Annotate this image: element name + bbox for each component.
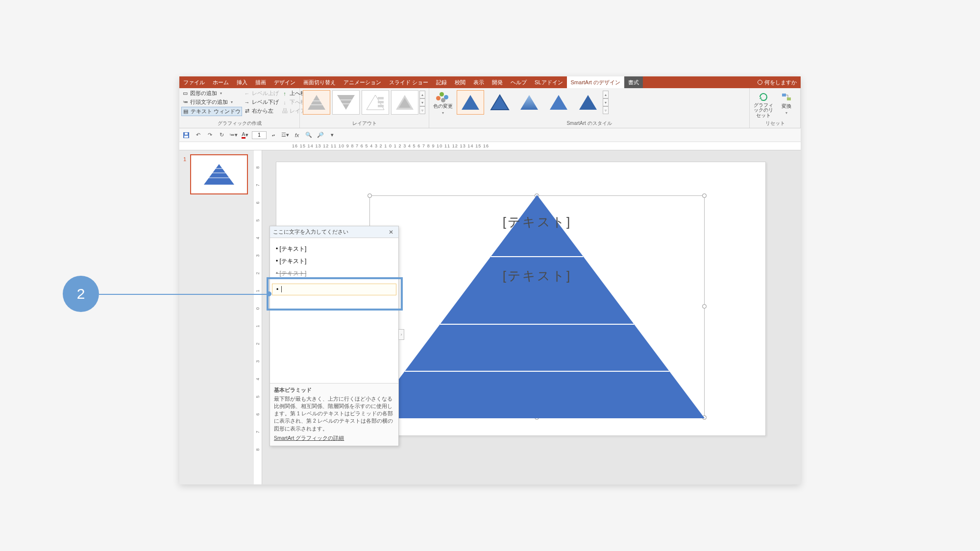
- lightbulb-icon: [758, 80, 762, 85]
- annotation-leader-dot: [267, 291, 271, 296]
- text-cursor: [281, 286, 282, 292]
- slide-thumbnail-1[interactable]: [190, 154, 248, 194]
- demote-icon: →: [244, 99, 250, 105]
- level-up-button[interactable]: ←レベル上げ: [243, 89, 280, 97]
- smartart-selection-frame[interactable]: ⟳ [テキスト] [テキスト]: [369, 195, 705, 418]
- fontsize-spin[interactable]: ▴▾: [269, 130, 278, 140]
- svg-marker-22: [204, 164, 234, 185]
- info-link[interactable]: SmartArt グラフィックの詳細: [274, 434, 344, 442]
- svg-rect-8: [378, 101, 384, 103]
- bullets-button[interactable]: ≔▾: [228, 130, 238, 140]
- svg-rect-21: [185, 133, 188, 135]
- add-shape-icon: ▭: [182, 91, 188, 96]
- style-item-3[interactable]: [515, 90, 543, 115]
- layout-gallery-scroll[interactable]: ▴▾▿: [419, 90, 425, 115]
- text-pane-new-item[interactable]: •: [272, 284, 396, 295]
- smartart-text-pane[interactable]: ここに文字を入力してください ✕ [テキスト] [テキスト] [テキスト] • …: [270, 226, 399, 446]
- tab-review[interactable]: 校閲: [451, 76, 469, 88]
- layout-tree-icon: 品: [282, 108, 288, 114]
- align-button[interactable]: ☲▾: [280, 130, 290, 140]
- text-pane-item-1[interactable]: [テキスト]: [276, 243, 392, 255]
- promote-icon: ←: [244, 91, 250, 96]
- text-pane-body[interactable]: [テキスト] [テキスト] [テキスト]: [270, 238, 398, 283]
- repeat-button[interactable]: ↻: [217, 130, 226, 140]
- text-pane-header: ここに文字を入力してください ✕: [270, 226, 398, 238]
- qat-more-button[interactable]: ▾: [327, 130, 337, 140]
- group-label-styles: SmartArt のスタイル: [431, 119, 747, 128]
- svg-rect-7: [378, 97, 384, 99]
- group-smartart-styles: 色の変更 ▾ ▴▾▿ SmartArt のスタイル: [429, 88, 750, 128]
- convert-button[interactable]: 変換 ▾: [777, 92, 797, 118]
- save-button[interactable]: [181, 130, 191, 140]
- layout-item-1[interactable]: [303, 90, 330, 115]
- svg-rect-9: [378, 105, 384, 107]
- style-gallery: ▴▾▿: [456, 89, 609, 116]
- color-swirl-icon: [436, 92, 450, 102]
- fontsize-box[interactable]: 1: [252, 131, 267, 139]
- rtl-icon: ⇄: [244, 108, 250, 114]
- svg-marker-14: [520, 95, 538, 110]
- tab-animations[interactable]: アニメーション: [340, 76, 385, 88]
- save-icon: [183, 132, 190, 139]
- tab-sladdin[interactable]: SLアドイン: [531, 76, 566, 88]
- rtl-button[interactable]: ⇄右から左: [243, 107, 280, 115]
- thumb-number-1: 1: [183, 156, 186, 162]
- smartart-pyramid[interactable]: [テキスト] [テキスト]: [369, 195, 705, 418]
- level-down-label: レベル下げ: [252, 98, 279, 106]
- tab-format[interactable]: 書式: [624, 76, 643, 88]
- text-pane-close-button[interactable]: ✕: [387, 229, 395, 236]
- tab-transitions[interactable]: 画面切り替え: [299, 76, 340, 88]
- pyramid-text-1[interactable]: [テキスト]: [369, 214, 705, 231]
- style-item-1[interactable]: [457, 90, 484, 115]
- style-item-4[interactable]: [545, 90, 572, 115]
- rtl-label: 右から左: [252, 107, 273, 115]
- layout-item-4[interactable]: [391, 90, 418, 115]
- tab-home[interactable]: ホーム: [209, 76, 233, 88]
- tab-insert[interactable]: 挿入: [233, 76, 251, 88]
- tab-design[interactable]: デザイン: [270, 76, 299, 88]
- group-create-graphic: ▭図形の追加 ≔行頭文字の追加 ▤テキスト ウィンドウ ←レベル上げ →レベル下…: [179, 88, 300, 128]
- add-bullet-icon: ≔: [182, 99, 188, 105]
- layout-item-2[interactable]: [332, 90, 360, 115]
- text-pane-info: 基本ピラミッド 最下部が最も大きく、上方に行くほど小さくなる比例関係、相互関係、…: [270, 383, 398, 446]
- formula-button[interactable]: fx: [292, 130, 302, 140]
- tab-view[interactable]: 表示: [469, 76, 488, 88]
- group-layout: ▴▾▿ レイアウト: [300, 88, 429, 128]
- text-pane-item-2[interactable]: [テキスト]: [276, 255, 392, 267]
- svg-marker-3: [337, 95, 355, 110]
- reset-graphic-label: グラフィックのリセット: [754, 103, 774, 118]
- reset-graphic-button[interactable]: グラフィックのリセット: [754, 92, 774, 118]
- tab-draw[interactable]: 描画: [251, 76, 270, 88]
- pyramid-text-2[interactable]: [テキスト]: [369, 267, 705, 285]
- level-down-button[interactable]: →レベル下げ: [243, 98, 280, 106]
- redo-button[interactable]: ↷: [205, 130, 215, 140]
- change-colors-button[interactable]: 色の変更 ▾: [431, 89, 455, 116]
- undo-button[interactable]: ↶: [193, 130, 203, 140]
- info-body: 最下部が最も大きく、上方に行くほど小さくなる比例関係、相互関係、階層関係を示すの…: [274, 395, 394, 432]
- style-gallery-scroll[interactable]: ▴▾▿: [603, 90, 609, 115]
- text-pane-title: ここに文字を入力してください: [273, 228, 348, 236]
- zoom-in-button[interactable]: 🔍: [304, 130, 314, 140]
- style-item-2[interactable]: [486, 90, 514, 115]
- zoom-out-button[interactable]: 🔎: [316, 130, 325, 140]
- font-color-button[interactable]: A▾: [240, 130, 250, 140]
- add-bullet-button[interactable]: ≔行頭文字の追加: [181, 98, 242, 106]
- svg-rect-17: [782, 94, 786, 96]
- thumb-wrap-1[interactable]: 1: [181, 154, 252, 194]
- text-pane-item-3[interactable]: [テキスト]: [276, 267, 392, 280]
- reset-icon: [758, 92, 769, 102]
- tab-help[interactable]: ヘルプ: [507, 76, 531, 88]
- tab-smartart-design[interactable]: SmartArt のデザイン: [567, 76, 624, 88]
- text-window-button[interactable]: ▤テキスト ウィンドウ: [181, 107, 242, 116]
- tab-record[interactable]: 記録: [432, 76, 451, 88]
- layout-item-3[interactable]: [362, 90, 389, 115]
- info-title: 基本ピラミッド: [274, 386, 394, 394]
- tab-slideshow[interactable]: スライド ショー: [385, 76, 432, 88]
- add-shape-button[interactable]: ▭図形の追加: [181, 89, 242, 97]
- tab-file[interactable]: ファイル: [179, 76, 209, 88]
- style-item-5[interactable]: [574, 90, 602, 115]
- group-label-layout: レイアウト: [302, 119, 427, 128]
- tell-me-search[interactable]: 何をしますか: [754, 76, 801, 88]
- tab-developer[interactable]: 開発: [488, 76, 507, 88]
- text-pane-expander[interactable]: ›: [398, 329, 404, 340]
